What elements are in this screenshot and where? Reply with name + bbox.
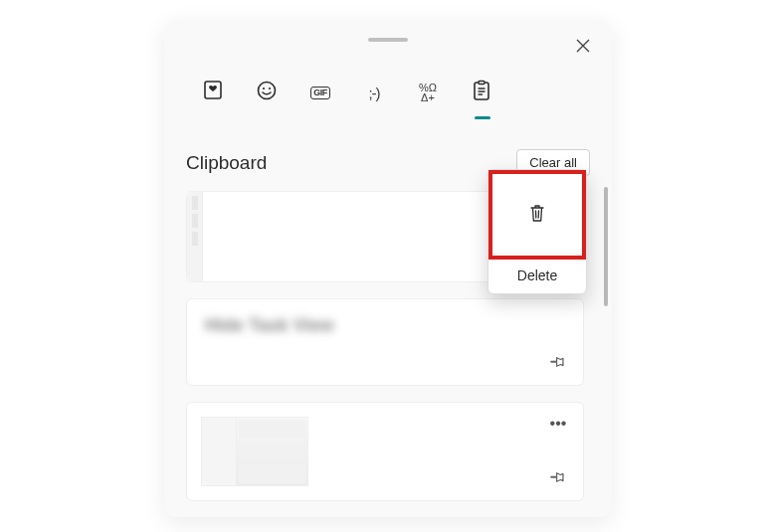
- emoji-tab[interactable]: [254, 80, 280, 105]
- more-button[interactable]: •••: [545, 413, 571, 435]
- gif-tab[interactable]: GIF: [307, 80, 333, 105]
- drag-handle[interactable]: [368, 38, 408, 42]
- delete-label: Delete: [488, 260, 586, 293]
- item-thumbnail: [197, 413, 573, 490]
- symbols-tab[interactable]: %ΩΔ+: [415, 80, 441, 105]
- recent-tab[interactable]: [200, 80, 226, 105]
- pin-button[interactable]: [547, 468, 569, 490]
- trash-icon: [528, 203, 546, 227]
- scrollbar[interactable]: [604, 187, 608, 306]
- item-thumbnail: [187, 192, 203, 281]
- pin-icon: [550, 469, 566, 489]
- category-tabs: GIF ;-) %ΩΔ+: [200, 80, 494, 105]
- heart-note-icon: [202, 80, 224, 105]
- clipboard-item-2[interactable]: Hide Task View: [186, 298, 584, 386]
- section-title: Clipboard: [186, 152, 267, 174]
- symbols-icon: %ΩΔ+: [419, 83, 437, 102]
- more-icon: •••: [550, 416, 567, 432]
- svg-point-1: [259, 83, 276, 99]
- pin-icon: [550, 354, 566, 374]
- svg-point-2: [263, 88, 265, 89]
- clipboard-icon: [472, 80, 491, 105]
- svg-point-3: [269, 88, 271, 89]
- kaomoji-icon: ;-): [368, 85, 379, 101]
- pin-button[interactable]: [547, 353, 569, 375]
- close-icon: [576, 37, 590, 58]
- context-menu: Delete: [487, 169, 587, 294]
- delete-menu-item[interactable]: [488, 170, 586, 260]
- kaomoji-tab[interactable]: ;-): [361, 80, 387, 105]
- gif-icon: GIF: [310, 87, 330, 99]
- svg-rect-5: [479, 82, 485, 85]
- item-text: Hide Task View: [197, 309, 573, 342]
- close-button[interactable]: [568, 32, 598, 62]
- clipboard-item-3[interactable]: •••: [186, 402, 584, 501]
- clipboard-tab[interactable]: [469, 80, 494, 105]
- smiley-icon: [256, 80, 278, 105]
